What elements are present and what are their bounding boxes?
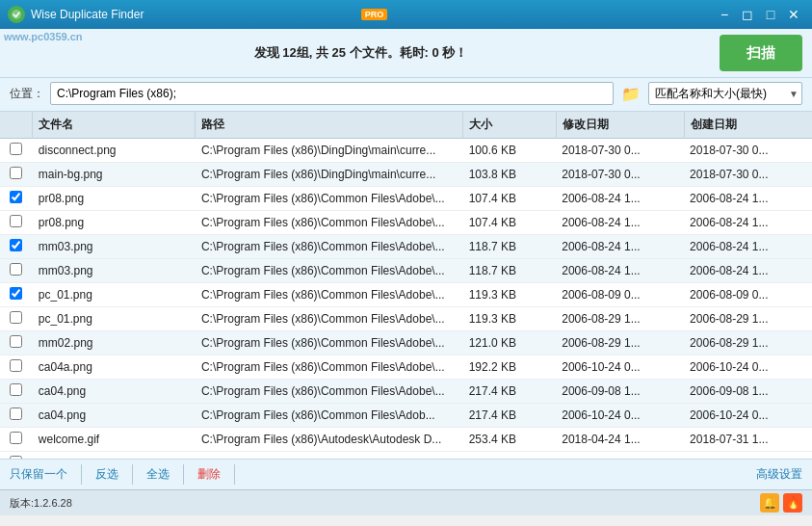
- row-created: 2006-09-08 1...: [684, 380, 812, 404]
- row-name: mm02.png: [33, 331, 196, 355]
- location-input[interactable]: [50, 82, 614, 105]
- row-name: mm03.png: [33, 259, 196, 283]
- keep-one-button[interactable]: 只保留一个: [10, 464, 82, 485]
- match-select[interactable]: 匹配名称和大小(最快): [648, 82, 802, 105]
- row-checkbox-cell: [0, 211, 33, 235]
- row-name: pc_01.png: [33, 283, 196, 307]
- row-checkbox[interactable]: [10, 335, 22, 348]
- status-bar: 版本:1.2.6.28 🔔 🔥: [0, 489, 812, 515]
- row-modified: 2006-10-24 0...: [556, 355, 684, 380]
- table-row: ca04.pngC:\Program Files (x86)\Common Fi…: [0, 380, 812, 404]
- row-name: welcome.gif: [33, 452, 196, 460]
- row-modified: 2018-04-21 1...: [556, 452, 684, 460]
- row-created: 2006-08-24 1...: [684, 211, 812, 235]
- restore-button[interactable]: ◻: [737, 4, 758, 25]
- row-created: 2006-10-24 0...: [684, 355, 812, 380]
- select-all-button[interactable]: 全选: [133, 464, 184, 485]
- col-header-path: 路径: [196, 112, 463, 139]
- advanced-settings-link[interactable]: 高级设置: [756, 467, 802, 481]
- row-checkbox[interactable]: [10, 263, 22, 276]
- row-checkbox[interactable]: [10, 167, 22, 179]
- status-icons: 🔔 🔥: [760, 493, 802, 513]
- status-text: 发现 12组, 共 25 个文件。耗时: 0 秒！: [10, 44, 712, 62]
- row-checkbox-cell: [0, 380, 33, 404]
- row-checkbox[interactable]: [10, 359, 22, 372]
- row-name: ca04a.png: [33, 355, 196, 380]
- tray-icon-1: 🔔: [760, 493, 779, 513]
- table-row: main-bg.pngC:\Program Files (x86)\DingDi…: [0, 163, 812, 187]
- tray-icon-2: 🔥: [783, 493, 802, 513]
- row-path: C:\Program Files (x86)\Common Files\Adob…: [196, 211, 463, 235]
- row-checkbox[interactable]: [10, 191, 22, 203]
- table-row: disconnect.pngC:\Program Files (x86)\Din…: [0, 139, 812, 163]
- row-modified: 2018-07-30 0...: [556, 163, 684, 187]
- row-size: 107.4 KB: [463, 187, 557, 211]
- row-created: 2018-07-31 1...: [684, 428, 812, 452]
- bottom-right: 高级设置: [756, 466, 802, 483]
- table-row: mm03.pngC:\Program Files (x86)\Common Fi…: [0, 235, 812, 259]
- row-checkbox[interactable]: [10, 143, 22, 155]
- row-path: C:\Program Files (x86)\DingDing\main\cur…: [196, 163, 463, 187]
- col-header-created: 创建日期: [684, 112, 812, 139]
- app-logo: [8, 6, 25, 23]
- row-path: C:\Program Files (x86)\Common Files\Adob…: [196, 235, 463, 259]
- row-checkbox[interactable]: [10, 383, 22, 396]
- file-table-container[interactable]: 文件名 路径 大小 修改日期 创建日期 disconnect.pngC:\Pro…: [0, 112, 812, 459]
- row-checkbox-cell: [0, 404, 33, 428]
- table-row: welcome.gifC:\Program Files (x86)\Autode…: [0, 428, 812, 452]
- location-label: 位置：: [10, 86, 44, 102]
- row-created: 2018-07-30 0...: [684, 163, 812, 187]
- row-checkbox[interactable]: [10, 287, 22, 300]
- row-checkbox-cell: [0, 355, 33, 380]
- row-modified: 2006-08-29 1...: [556, 307, 684, 331]
- row-modified: 2006-08-29 1...: [556, 331, 684, 355]
- row-path: C:\Program Files (x86)\Common Files\Adob…: [196, 404, 463, 428]
- file-table-wrapper: 文件名 路径 大小 修改日期 创建日期 disconnect.pngC:\Pro…: [0, 112, 812, 459]
- row-modified: 2006-08-09 0...: [556, 283, 684, 307]
- row-modified: 2018-04-24 1...: [556, 428, 684, 452]
- row-path: C:\Program Files (x86)\Common Files\Adob…: [196, 259, 463, 283]
- file-table: 文件名 路径 大小 修改日期 创建日期 disconnect.pngC:\Pro…: [0, 112, 812, 459]
- row-name: pr08.png: [33, 187, 196, 211]
- main-content: www.pc0359.cn 发现 12组, 共 25 个文件。耗时: 0 秒！ …: [0, 29, 812, 526]
- table-row: pc_01.pngC:\Program Files (x86)\Common F…: [0, 307, 812, 331]
- row-checkbox-cell: [0, 235, 33, 259]
- row-path: C:\Program Files (x86)\Common Files\Adob…: [196, 355, 463, 380]
- row-path: C:\Program Files (x86)\Common Files\Adob…: [196, 307, 463, 331]
- bottom-bar: 只保留一个 反选 全选 删除 高级设置: [0, 459, 812, 489]
- row-checkbox[interactable]: [10, 432, 22, 444]
- delete-button[interactable]: 删除: [184, 464, 235, 485]
- row-checkbox[interactable]: [10, 408, 22, 420]
- row-size: 103.8 KB: [463, 163, 557, 187]
- col-header-name: 文件名: [33, 112, 196, 139]
- row-checkbox[interactable]: [10, 239, 22, 251]
- scan-button[interactable]: 扫描: [720, 35, 802, 71]
- table-row: pr08.pngC:\Program Files (x86)\Common Fi…: [0, 211, 812, 235]
- minimize-button[interactable]: −: [714, 4, 735, 25]
- maximize-button[interactable]: □: [760, 4, 781, 25]
- row-size: 121.0 KB: [463, 331, 557, 355]
- row-created: 2006-08-29 1...: [684, 307, 812, 331]
- row-modified: 2006-10-24 0...: [556, 404, 684, 428]
- row-checkbox-cell: [0, 331, 33, 355]
- browse-folder-button[interactable]: 📁: [619, 82, 642, 105]
- row-path: C:\Program Files (x86)\Common Files\Adob…: [196, 380, 463, 404]
- table-row: ca04.pngC:\Program Files (x86)\Common Fi…: [0, 404, 812, 428]
- row-checkbox[interactable]: [10, 456, 22, 459]
- row-checkbox[interactable]: [10, 311, 22, 324]
- table-row: mm02.pngC:\Program Files (x86)\Common Fi…: [0, 331, 812, 355]
- row-checkbox[interactable]: [10, 215, 22, 227]
- row-path: C:\Program Files (x86)\Common Files\Adob…: [196, 187, 463, 211]
- watermark: www.pc0359.cn: [4, 31, 83, 42]
- table-row: pc_01.pngC:\Program Files (x86)\Common F…: [0, 283, 812, 307]
- invert-select-button[interactable]: 反选: [82, 464, 133, 485]
- table-row: mm03.pngC:\Program Files (x86)\Common Fi…: [0, 259, 812, 283]
- row-path: C:\Program Files (x86)\DingDing\main\cur…: [196, 139, 463, 163]
- row-path: C:\Program Files (x86)\Common Files\Adob…: [196, 331, 463, 355]
- table-row: pr08.pngC:\Program Files (x86)\Common Fi…: [0, 187, 812, 211]
- row-size: 192.2 KB: [463, 355, 557, 380]
- close-button[interactable]: ✕: [783, 4, 804, 25]
- row-name: disconnect.png: [33, 139, 196, 163]
- row-checkbox-cell: [0, 187, 33, 211]
- row-name: ca04.png: [33, 404, 196, 428]
